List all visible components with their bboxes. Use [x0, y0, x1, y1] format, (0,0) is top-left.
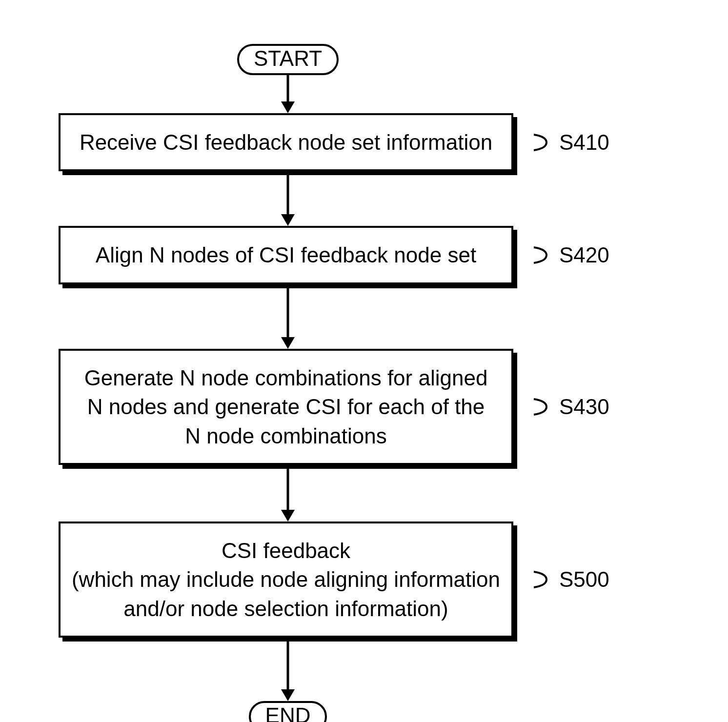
process-box: Align N nodes of CSI feedback node set	[59, 226, 513, 284]
process-box: Generate N node combinations for aligned…	[59, 349, 513, 465]
step-label-text: S410	[559, 130, 609, 155]
step-label-text: S500	[559, 567, 609, 592]
svg-marker-3	[281, 214, 295, 226]
step-s420: Align N nodes of CSI feedback node set S…	[59, 226, 683, 284]
arrow-icon	[59, 638, 517, 701]
svg-marker-7	[281, 510, 295, 521]
step-label: S420	[532, 243, 609, 267]
svg-marker-1	[281, 101, 295, 113]
arrow-icon	[59, 75, 517, 113]
step-label-text: S430	[559, 395, 609, 419]
process-box: Receive CSI feedback node set informatio…	[59, 113, 513, 171]
step-s430: Generate N node combinations for aligned…	[59, 349, 683, 465]
process-box: CSI feedback(which may include node alig…	[59, 521, 513, 638]
step-label: S410	[532, 130, 609, 155]
end-terminator: END	[249, 701, 327, 722]
step-label: S500	[532, 567, 609, 592]
svg-marker-5	[281, 337, 295, 349]
arrow-icon	[59, 171, 517, 226]
start-terminator: START	[237, 44, 339, 75]
step-s410: Receive CSI feedback node set informatio…	[59, 113, 683, 171]
step-s500: CSI feedback(which may include node alig…	[59, 521, 683, 638]
arrow-icon	[59, 284, 517, 349]
step-label-text: S420	[559, 243, 609, 267]
flowchart: START Receive CSI feedback node set info…	[59, 44, 683, 722]
step-label: S430	[532, 395, 609, 419]
arrow-icon	[59, 465, 517, 521]
svg-marker-9	[281, 689, 295, 701]
